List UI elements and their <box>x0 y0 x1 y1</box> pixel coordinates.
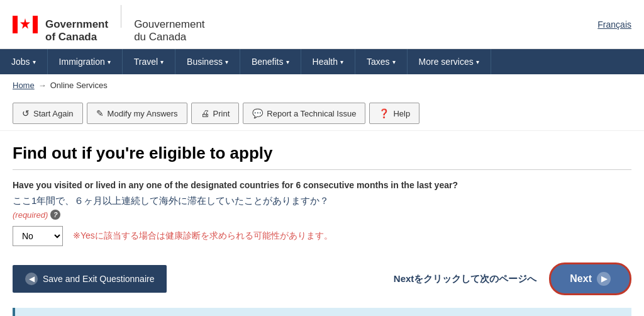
next-arrow-icon: ▶ <box>597 272 611 286</box>
report-issue-button[interactable]: 💬 Report a Technical Issue <box>243 103 365 124</box>
toolbar: ↺ Start Again ✎ Modify my Answers 🖨 Prin… <box>0 96 644 131</box>
next-button[interactable]: Next ▶ <box>549 262 631 295</box>
edit-icon: ✎ <box>96 108 104 118</box>
help-tooltip-icon[interactable]: ? <box>50 210 60 220</box>
main-nav: Jobs ▾ Immigration ▾ Travel ▾ Business ▾… <box>0 49 644 74</box>
answer-select[interactable]: No Yes <box>13 226 63 246</box>
travel-arrow-icon: ▾ <box>160 59 164 65</box>
nav-business[interactable]: Business ▾ <box>175 49 240 74</box>
print-button[interactable]: 🖨 Print <box>191 103 240 124</box>
next-hint-text: Nextをクリックして次のページへ <box>394 273 537 285</box>
important-notice: Important: Important: This information i… <box>13 308 631 316</box>
next-container: Nextをクリックして次のページへ Next ▶ <box>394 262 631 295</box>
required-indicator: (required) ? <box>13 210 631 220</box>
business-arrow-icon: ▾ <box>225 59 228 65</box>
main-content: Find out if you're eligible to apply Hav… <box>0 131 644 316</box>
breadcrumb-home[interactable]: Home <box>13 81 35 90</box>
health-arrow-icon: ▾ <box>340 59 343 65</box>
question-label-en: Have you visited or lived in any one of … <box>13 180 631 190</box>
taxes-arrow-icon: ▾ <box>392 59 396 65</box>
hint-text: ※Yesに該当する場合は健康診断を求められる可能性があります。 <box>73 230 333 242</box>
start-again-button[interactable]: ↺ Start Again <box>13 103 83 124</box>
print-icon: 🖨 <box>201 108 209 118</box>
nav-benefits[interactable]: Benefits ▾ <box>240 49 301 74</box>
gov-name-fr-line1: Gouvernement <box>134 18 204 30</box>
immigration-arrow-icon: ▾ <box>108 59 111 65</box>
language-toggle[interactable]: Français <box>597 20 631 30</box>
back-icon: ◀ <box>25 273 38 285</box>
refresh-icon: ↺ <box>22 108 30 118</box>
nav-immigration[interactable]: Immigration ▾ <box>48 49 123 74</box>
benefits-arrow-icon: ▾ <box>286 59 289 65</box>
svg-rect-0 <box>13 16 18 33</box>
action-row: ◀ Save and Exit Questionnaire Nextをクリックし… <box>13 256 631 302</box>
help-icon: ❓ <box>379 108 389 118</box>
nav-health[interactable]: Health ▾ <box>301 49 355 74</box>
save-exit-button[interactable]: ◀ Save and Exit Questionnaire <box>13 265 167 293</box>
chat-icon: 💬 <box>252 108 263 118</box>
page-title: Find out if you're eligible to apply <box>13 144 631 170</box>
svg-rect-1 <box>33 16 38 33</box>
modify-answers-button[interactable]: ✎ Modify my Answers <box>87 103 187 124</box>
breadcrumb-current: Online Services <box>50 81 108 90</box>
canada-flag-icon <box>13 12 38 37</box>
gov-name-en-line2: of Canada <box>45 31 97 43</box>
gov-name-fr-line2: du Canada <box>134 31 186 43</box>
question-label-ja: ここ1年間で、６ヶ月以上連続して海外に滞在していたことがありますか？ <box>13 195 631 207</box>
nav-travel[interactable]: Travel ▾ <box>123 49 175 74</box>
nav-taxes[interactable]: Taxes ▾ <box>355 49 408 74</box>
gov-name-en-line1: Government <box>45 18 108 30</box>
answer-row: No Yes ※Yesに該当する場合は健康診断を求められる可能性があります。 <box>13 226 631 246</box>
help-button[interactable]: ❓ Help <box>369 103 419 124</box>
more-services-arrow-icon: ▾ <box>476 59 479 65</box>
jobs-arrow-icon: ▾ <box>33 59 36 65</box>
nav-jobs[interactable]: Jobs ▾ <box>0 49 48 74</box>
breadcrumb-arrow-icon: → <box>38 81 47 90</box>
logo-area: Government of Canada Gouvernement du Can… <box>13 5 205 43</box>
nav-more-services[interactable]: More services ▾ <box>408 49 491 74</box>
site-header: Government of Canada Gouvernement du Can… <box>0 0 644 49</box>
government-name: Government of Canada Gouvernement du Can… <box>45 5 205 43</box>
breadcrumb: Home → Online Services <box>0 74 644 96</box>
